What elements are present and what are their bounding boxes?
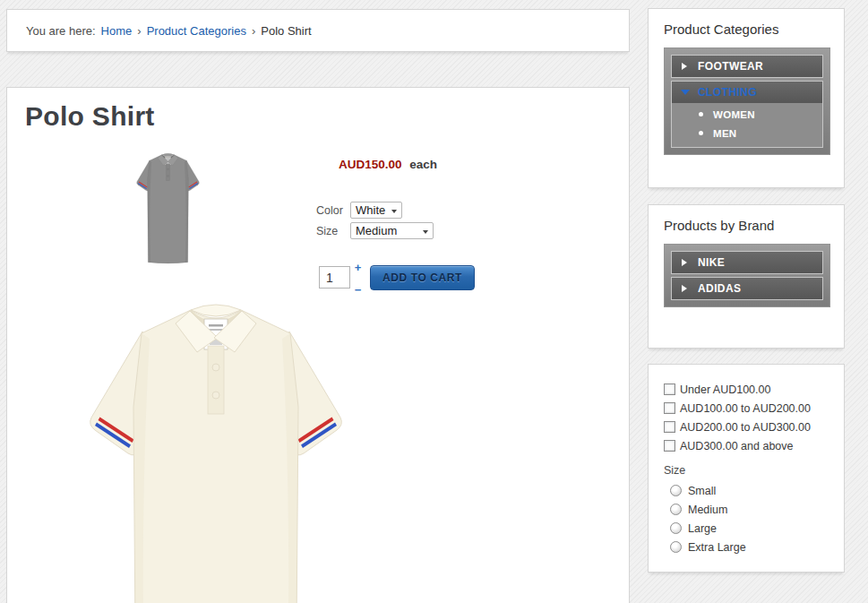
category-item-footwear[interactable]: FOOTWEAR bbox=[672, 56, 822, 77]
price-filter-label: AUD300.00 and above bbox=[680, 440, 793, 452]
brand-label: NIKE bbox=[698, 256, 725, 269]
size-filter-label: Large bbox=[688, 522, 717, 535]
color-option-row: Color White bbox=[316, 202, 434, 219]
subcategory-label: MEN bbox=[713, 128, 736, 139]
subcategory-label: WOMEN bbox=[713, 109, 755, 120]
breadcrumb-link-home[interactable]: Home bbox=[101, 24, 133, 38]
filters-card: Under AUD100.00 AUD100.00 to AUD200.00 A… bbox=[648, 364, 845, 573]
expand-icon bbox=[682, 259, 687, 266]
size-filter-row: Small bbox=[670, 485, 844, 496]
color-select[interactable]: White bbox=[350, 202, 402, 219]
breadcrumb-link-product-categories[interactable]: Product Categories bbox=[147, 24, 246, 38]
size-filter-label: Medium bbox=[688, 504, 727, 516]
quantity-decrease-button[interactable]: − bbox=[353, 285, 363, 295]
product-price-suffix: each bbox=[409, 158, 437, 171]
products-by-brand-card: Products by Brand NIKE ADIDAS bbox=[648, 204, 845, 349]
quantity-increase-button[interactable]: + bbox=[353, 263, 363, 272]
radio-large[interactable] bbox=[670, 522, 682, 534]
breadcrumb-card: You are here: Home › Product Categories … bbox=[6, 9, 630, 52]
breadcrumb-separator: › bbox=[137, 24, 141, 38]
collapse-icon bbox=[681, 90, 690, 95]
filters: Under AUD100.00 AUD100.00 to AUD200.00 A… bbox=[649, 365, 844, 553]
clothing-subcategories: WOMEN MEN bbox=[672, 103, 822, 147]
brand-menu: NIKE ADIDAS bbox=[664, 244, 830, 307]
brand-item-nike[interactable]: NIKE bbox=[672, 252, 822, 273]
products-by-brand-heading: Products by Brand bbox=[664, 218, 774, 233]
bullet-icon bbox=[699, 131, 703, 135]
product-detail-card: Polo Shirt AUD150.00 each Color White Si… bbox=[6, 87, 630, 603]
polo-shirt-thumbnail-graphic bbox=[125, 152, 211, 264]
product-categories-heading: Product Categories bbox=[664, 22, 778, 37]
size-label: Size bbox=[316, 225, 350, 237]
page-title: Polo Shirt bbox=[25, 100, 155, 133]
quantity-and-cart: + − ADD TO CART bbox=[319, 266, 475, 295]
size-select[interactable]: Medium bbox=[350, 222, 434, 239]
price-filter-row: AUD100.00 to AUD200.00 bbox=[664, 402, 844, 414]
size-filter-row: Large bbox=[670, 522, 844, 534]
price-filter-row: AUD200.00 to AUD300.00 bbox=[664, 421, 844, 433]
size-filter-label: Small bbox=[688, 485, 716, 497]
expand-icon bbox=[682, 63, 687, 70]
polo-shirt-graphic bbox=[41, 301, 391, 603]
category-label: FOOTWEAR bbox=[698, 60, 763, 73]
brand-label: ADIDAS bbox=[698, 282, 741, 295]
brand-nike-box: NIKE bbox=[671, 251, 823, 274]
expand-icon bbox=[682, 285, 687, 292]
color-selected-value: White bbox=[356, 203, 385, 217]
brand-item-adidas[interactable]: ADIDAS bbox=[672, 278, 822, 299]
radio-extra-large[interactable] bbox=[670, 541, 682, 553]
chevron-down-icon bbox=[423, 230, 428, 234]
size-selected-value: Medium bbox=[356, 224, 397, 237]
bullet-icon bbox=[699, 112, 703, 116]
price-filter-row: AUD300.00 and above bbox=[664, 440, 844, 452]
price-line: AUD150.00 each bbox=[339, 158, 437, 171]
color-label: Color bbox=[316, 204, 350, 217]
breadcrumb: You are here: Home › Product Categories … bbox=[7, 10, 629, 51]
category-footwear-box: FOOTWEAR bbox=[671, 55, 823, 78]
category-menu: FOOTWEAR CLOTHING WOMEN MEN bbox=[664, 47, 830, 155]
checkbox-200-to-300[interactable] bbox=[664, 421, 675, 433]
breadcrumb-prefix: You are here: bbox=[26, 24, 96, 38]
category-item-clothing[interactable]: CLOTHING bbox=[672, 82, 822, 103]
size-filter-group: Small Medium Large Extra Large bbox=[664, 485, 844, 553]
checkbox-under-100[interactable] bbox=[664, 383, 675, 395]
quantity-input[interactable] bbox=[319, 266, 350, 289]
size-option-row: Size Medium bbox=[316, 222, 434, 239]
category-clothing-box: CLOTHING WOMEN MEN bbox=[671, 81, 823, 148]
brand-adidas-box: ADIDAS bbox=[671, 277, 823, 300]
quantity-steppers: + − bbox=[353, 263, 363, 295]
category-label: CLOTHING bbox=[698, 86, 757, 99]
subcategory-item-men[interactable]: MEN bbox=[672, 124, 822, 142]
page: You are here: Home › Product Categories … bbox=[0, 0, 868, 603]
product-price: AUD150.00 bbox=[339, 158, 402, 171]
radio-medium[interactable] bbox=[670, 504, 682, 515]
product-thumbnail-image[interactable] bbox=[125, 152, 211, 264]
add-to-cart-button[interactable]: ADD TO CART bbox=[370, 265, 475, 290]
price-filter-label: Under AUD100.00 bbox=[680, 383, 770, 396]
price-filter-label: AUD200.00 to AUD300.00 bbox=[680, 421, 811, 434]
size-filter-row: Medium bbox=[670, 504, 844, 515]
product-image bbox=[41, 301, 391, 603]
price-filter-label: AUD100.00 to AUD200.00 bbox=[680, 402, 811, 415]
subcategory-item-women[interactable]: WOMEN bbox=[672, 105, 822, 124]
size-filter-row: Extra Large bbox=[670, 541, 844, 553]
radio-small[interactable] bbox=[670, 485, 682, 496]
breadcrumb-current: Polo Shirt bbox=[261, 24, 311, 38]
chevron-down-icon bbox=[391, 210, 397, 213]
price-filter-row: Under AUD100.00 bbox=[664, 383, 844, 395]
product-categories-card: Product Categories FOOTWEAR CLOTHING WOM… bbox=[648, 8, 845, 188]
checkbox-300-and-above[interactable] bbox=[664, 440, 675, 452]
checkbox-100-to-200[interactable] bbox=[664, 402, 675, 414]
size-filter-heading: Size bbox=[664, 464, 844, 477]
size-filter-label: Extra Large bbox=[688, 541, 746, 554]
product-options: Color White Size Medium bbox=[316, 202, 434, 243]
breadcrumb-separator: › bbox=[252, 24, 255, 38]
